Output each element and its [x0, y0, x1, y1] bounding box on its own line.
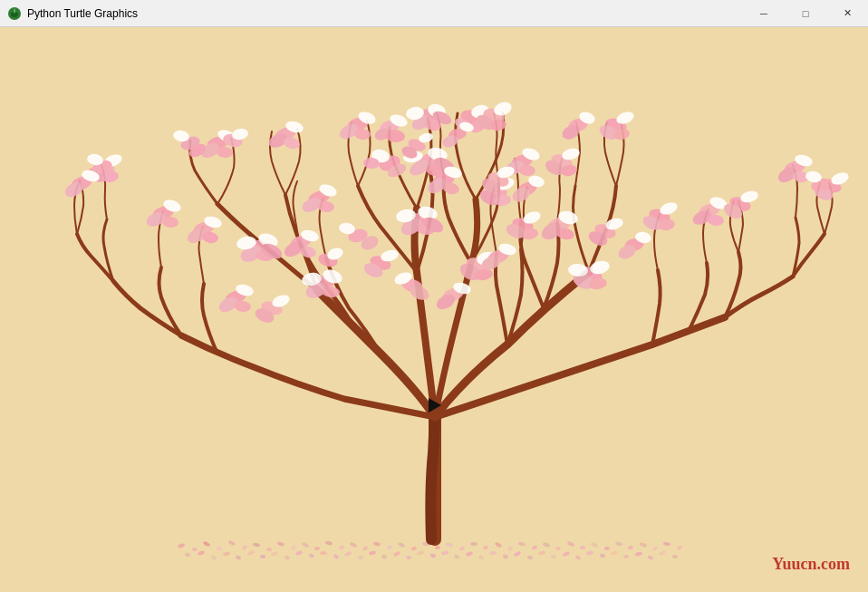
- svg-point-36: [591, 541, 599, 548]
- svg-point-79: [611, 550, 619, 556]
- svg-point-84: [672, 555, 679, 559]
- tree-drawing: [0, 27, 868, 592]
- svg-point-70: [503, 554, 509, 558]
- svg-point-78: [600, 553, 606, 558]
- svg-point-54: [309, 553, 315, 558]
- svg-point-83: [659, 549, 667, 556]
- svg-point-29: [506, 546, 513, 551]
- svg-point-47: [223, 551, 231, 556]
- svg-point-64: [430, 553, 437, 558]
- minimize-button[interactable]: ─: [743, 0, 785, 27]
- titlebar-left: Python Turtle Graphics: [0, 6, 138, 21]
- turtle-canvas: Yuucn.com: [0, 27, 868, 592]
- svg-point-33: [555, 547, 562, 551]
- svg-point-52: [284, 555, 290, 560]
- maximize-button[interactable]: □: [785, 0, 826, 27]
- svg-point-16: [350, 541, 358, 548]
- svg-point-62: [406, 556, 411, 560]
- svg-point-65: [441, 550, 449, 555]
- svg-point-32: [543, 542, 551, 548]
- svg-point-42: [663, 541, 671, 546]
- svg-point-39: [627, 545, 633, 550]
- svg-point-76: [574, 555, 581, 560]
- svg-point-44: [185, 552, 191, 557]
- svg-point-7: [241, 545, 247, 550]
- svg-point-17: [362, 546, 368, 551]
- close-button[interactable]: ✕: [826, 0, 868, 27]
- svg-point-74: [551, 555, 557, 559]
- svg-point-34: [567, 540, 575, 547]
- svg-point-45: [198, 550, 206, 556]
- svg-point-40: [640, 542, 648, 548]
- svg-point-12: [302, 541, 310, 548]
- svg-point-3: [192, 548, 198, 552]
- svg-point-28: [495, 541, 503, 548]
- svg-point-26: [470, 542, 477, 547]
- svg-point-71: [514, 550, 522, 557]
- svg-point-60: [381, 554, 387, 559]
- svg-point-21: [410, 546, 417, 551]
- svg-point-11: [290, 545, 296, 550]
- svg-point-14: [325, 540, 333, 546]
- svg-point-55: [320, 551, 327, 556]
- svg-point-9: [266, 548, 273, 552]
- window-controls: ─ □ ✕: [743, 0, 868, 27]
- window-title: Python Turtle Graphics: [27, 7, 138, 20]
- svg-point-19: [387, 545, 393, 549]
- svg-point-35: [580, 545, 586, 549]
- svg-point-46: [210, 555, 217, 560]
- svg-point-51: [271, 551, 279, 557]
- svg-point-37: [604, 547, 610, 551]
- turtle-cursor: [429, 398, 441, 412]
- svg-point-67: [466, 551, 474, 557]
- svg-point-5: [217, 546, 223, 550]
- watermark: Yuucn.com: [772, 555, 850, 574]
- svg-point-68: [477, 555, 484, 560]
- svg-point-77: [586, 550, 594, 555]
- svg-point-73: [538, 550, 546, 556]
- svg-point-43: [676, 545, 682, 550]
- svg-point-80: [623, 555, 629, 559]
- svg-point-8: [253, 542, 261, 548]
- svg-point-31: [531, 545, 537, 550]
- svg-point-25: [458, 546, 465, 551]
- svg-point-63: [417, 550, 425, 556]
- svg-point-38: [615, 541, 623, 547]
- svg-point-24: [446, 542, 454, 548]
- app-icon: [7, 6, 22, 21]
- svg-point-30: [518, 541, 526, 546]
- svg-point-41: [651, 546, 658, 551]
- svg-point-58: [358, 556, 364, 560]
- titlebar: Python Turtle Graphics ─ □ ✕: [0, 0, 868, 27]
- svg-point-66: [453, 554, 459, 559]
- svg-point-61: [393, 550, 401, 557]
- svg-point-4: [203, 540, 211, 547]
- svg-point-53: [295, 550, 304, 556]
- svg-point-57: [344, 550, 352, 557]
- svg-point-50: [260, 555, 265, 559]
- svg-point-82: [647, 555, 653, 560]
- svg-point-72: [526, 555, 533, 560]
- svg-point-56: [333, 554, 339, 559]
- svg-point-23: [435, 546, 441, 550]
- svg-point-59: [369, 550, 377, 556]
- svg-point-13: [314, 547, 320, 551]
- svg-point-69: [489, 551, 497, 556]
- svg-point-75: [563, 550, 571, 557]
- svg-point-48: [235, 555, 241, 560]
- svg-point-27: [483, 545, 489, 549]
- svg-point-20: [398, 541, 406, 548]
- svg-point-15: [338, 545, 344, 550]
- svg-point-2: [178, 543, 186, 548]
- svg-point-18: [373, 541, 381, 546]
- svg-point-6: [228, 539, 236, 546]
- svg-point-10: [277, 541, 285, 547]
- svg-point-81: [635, 551, 643, 557]
- svg-point-49: [247, 549, 256, 556]
